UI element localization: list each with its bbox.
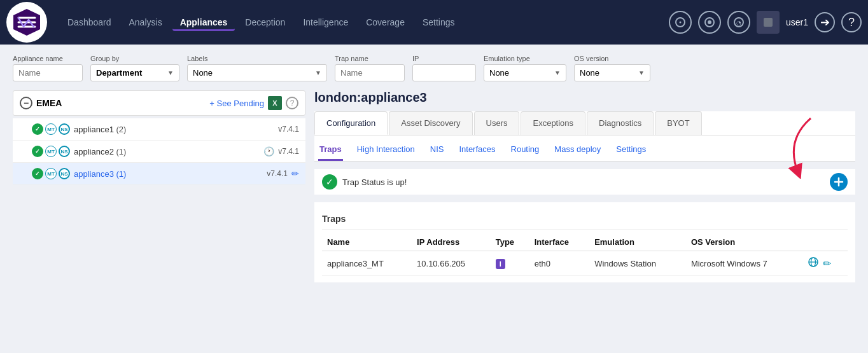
appliance-version: v7.4.1	[278, 147, 299, 156]
status-check-icon: ✓	[32, 146, 43, 157]
tab-users[interactable]: Users	[474, 111, 520, 135]
group-name: EMEA	[36, 98, 62, 108]
appliance-name: appliance3 (1)	[74, 169, 263, 179]
traps-table: Name IP Address Type Interface Emulation…	[322, 233, 848, 276]
appliance-row[interactable]: ✓ MT NS appliance3 (1) v7.4.1 ✏	[13, 163, 305, 185]
clock-icon: 🕐	[263, 146, 274, 156]
nav-settings[interactable]: Settings	[415, 13, 463, 31]
nav-analysis[interactable]: Analysis	[122, 13, 170, 31]
action-icons: ✏	[808, 256, 843, 270]
tab-exceptions[interactable]: Exceptions	[521, 111, 585, 135]
labels-label: Labels	[187, 55, 327, 62]
status-ns-icon: NS	[59, 123, 70, 135]
nav-intelligence[interactable]: Intelligence	[295, 13, 356, 31]
trap-name-input[interactable]	[335, 64, 405, 81]
main-content: Appliance name Group by Department ▼ Lab…	[0, 45, 868, 293]
nav-square-icon[interactable]	[757, 11, 780, 34]
col-type: Type	[491, 233, 529, 251]
trap-name-cell: appliance3_MT	[322, 251, 412, 276]
status-check-icon: ✓	[32, 123, 43, 135]
nav-appliances[interactable]: Appliances	[172, 13, 235, 31]
group-by-label: Group by	[90, 55, 179, 62]
col-emulation: Emulation	[589, 233, 686, 251]
nav-links: Dashboard Analysis Appliances Deception …	[60, 13, 669, 31]
sub-tab-nis[interactable]: NIS	[429, 142, 445, 161]
col-name: Name	[322, 233, 412, 251]
status-mt-icon: MT	[45, 123, 57, 135]
top-navigation: Dashboard Analysis Appliances Deception …	[0, 0, 868, 45]
ip-filter: IP	[412, 55, 476, 81]
labels-select[interactable]: None ▼	[187, 64, 327, 81]
trap-actions-cell: ✏	[802, 251, 848, 276]
see-pending-link[interactable]: + See Pending	[209, 99, 264, 108]
main-tab-bar: Configuration Asset Discovery Users Exce…	[314, 111, 855, 135]
sub-tab-traps[interactable]: Traps	[318, 142, 343, 161]
right-panel: london:appliance3 Configuration Asset Di…	[314, 90, 855, 282]
nav-logout-button[interactable]: ➔	[815, 12, 835, 32]
group-by-select[interactable]: Department ▼	[90, 64, 179, 81]
emulation-type-select[interactable]: None ▼	[484, 64, 566, 81]
nav-dashboard[interactable]: Dashboard	[60, 13, 119, 31]
nav-circle-icon-3[interactable]: ◔	[727, 11, 750, 34]
os-version-value: None	[580, 68, 599, 78]
left-panel: − EMEA + See Pending X ? ✓ MT NS applian…	[13, 90, 305, 282]
sub-tab-routing[interactable]: Routing	[510, 142, 541, 161]
tab-byot[interactable]: BYOT	[655, 111, 701, 135]
table-row: appliance3_MT 10.10.66.205 I eth0 Window…	[322, 251, 848, 276]
appliance-row[interactable]: ✓ MT NS appliance1 (2) v7.4.1	[13, 118, 305, 141]
os-version-label: OS version	[574, 55, 650, 62]
sub-tab-high-interaction[interactable]: High Interaction	[356, 142, 416, 161]
labels-value: None	[193, 68, 213, 78]
appliance-row[interactable]: ✓ MT NS appliance2 (1) 🕐 v7.4.1	[13, 141, 305, 163]
tab-asset-discovery[interactable]: Asset Discovery	[389, 111, 472, 135]
emulation-type-filter: Emulation type None ▼	[484, 55, 566, 81]
tab-configuration[interactable]: Configuration	[314, 111, 388, 135]
col-interface: Interface	[529, 233, 589, 251]
os-version-arrow-icon: ▼	[638, 69, 645, 76]
globe-icon[interactable]	[808, 256, 819, 270]
tab-diagnostics[interactable]: Diagnostics	[587, 111, 654, 135]
nav-circle-icon-1[interactable]	[669, 11, 692, 34]
help-icon[interactable]: ?	[286, 97, 298, 109]
add-trap-button[interactable]	[830, 173, 848, 191]
trap-os-cell: Microsoft Windows 7	[686, 251, 802, 276]
export-excel-icon[interactable]: X	[268, 96, 282, 110]
nav-circle-icon-2[interactable]	[698, 11, 721, 34]
status-mt-icon: MT	[45, 168, 57, 179]
sub-tab-settings[interactable]: Settings	[615, 142, 647, 161]
nav-help-button[interactable]: ?	[841, 12, 862, 32]
appliance-version: v7.4.1	[267, 169, 288, 178]
emulation-type-label: Emulation type	[484, 55, 566, 62]
trap-emulation-cell: Windows Station	[589, 251, 686, 276]
appliance-version: v7.4.1	[278, 125, 299, 134]
edit-pencil-icon[interactable]: ✏	[291, 169, 299, 179]
svg-text:◔: ◔	[736, 20, 741, 26]
trap-name-filter: Trap name	[335, 55, 405, 81]
status-check-icon: ✓	[322, 174, 337, 190]
os-version-select[interactable]: None ▼	[574, 64, 650, 81]
ip-input[interactable]	[412, 64, 476, 81]
status-icons: ✓ MT NS	[32, 123, 70, 135]
traps-section-title: Traps	[322, 209, 848, 230]
appliance-title: london:appliance3	[314, 90, 855, 105]
group-by-filter: Group by Department ▼	[90, 55, 179, 81]
sub-tab-interfaces[interactable]: Interfaces	[458, 142, 496, 161]
emulation-type-arrow-icon: ▼	[554, 69, 561, 76]
trap-interface-cell: eth0	[529, 251, 589, 276]
edit-icon[interactable]: ✏	[823, 258, 831, 270]
emulation-type-value: None	[489, 68, 509, 78]
nav-coverage[interactable]: Coverage	[358, 13, 412, 31]
appliance-name: appliance1 (2)	[74, 125, 274, 134]
trap-name-label: Trap name	[335, 55, 405, 62]
trap-status-banner: ✓ Trap Status is up!	[314, 169, 855, 195]
ip-label: IP	[412, 55, 476, 62]
appliance-name-input[interactable]	[13, 64, 83, 81]
nav-deception[interactable]: Deception	[237, 13, 293, 31]
labels-filter: Labels None ▼	[187, 55, 327, 81]
group-header: − EMEA + See Pending X ?	[13, 90, 305, 116]
labels-arrow-icon: ▼	[315, 69, 321, 76]
sub-tab-mass-deploy[interactable]: Mass deploy	[553, 142, 602, 161]
appliance-name-label: Appliance name	[13, 55, 83, 62]
status-mt-icon: MT	[45, 146, 57, 157]
group-toggle-button[interactable]: −	[20, 97, 32, 109]
